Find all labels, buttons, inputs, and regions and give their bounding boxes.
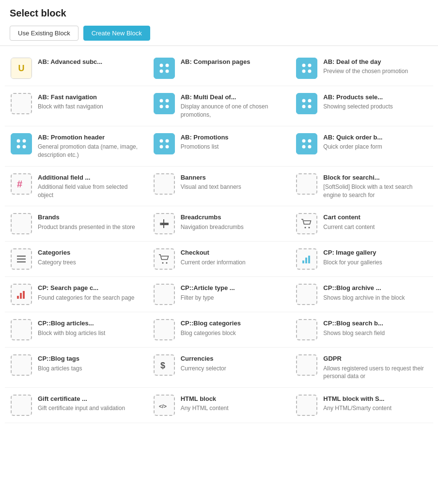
block-name-cp-blog-archive: CP::Blog archive ...	[323, 284, 405, 292]
svg-point-27	[308, 145, 312, 148]
block-name-ab-comparison: AB: Comparison pages	[181, 58, 250, 66]
block-item-checkout[interactable]: Checkout Current order information	[148, 242, 291, 277]
block-item-ab-multi-deal[interactable]: AB: Multi Deal of... Display anounce of …	[148, 86, 291, 126]
block-item-html-block-smarty[interactable]: HTML block with S... Any HTML/Smarty con…	[290, 388, 433, 423]
block-desc-ab-fast-nav: Block with fast navigation	[38, 103, 103, 111]
block-icon-ab-deal	[296, 58, 317, 79]
block-item-cart-content[interactable]: Cart content Current cart content	[290, 206, 433, 242]
block-icon-banners	[154, 173, 175, 195]
blocks-grid: U AB: Advanced subc... AB: Comparison pa…	[0, 46, 438, 428]
svg-point-39	[166, 262, 167, 264]
block-item-ab-deal[interactable]: AB: Deal of the day Preview of the chose…	[290, 51, 433, 86]
block-item-cp-blog-archive[interactable]: CP::Blog archive ... Shows blog archive …	[290, 277, 433, 312]
block-item-gift-certificate[interactable]: Gift certificate ... Gift certificate in…	[5, 388, 148, 423]
block-name-banners: Banners	[181, 173, 241, 182]
svg-point-1	[165, 64, 169, 67]
block-item-currencies[interactable]: $ Currencies Currency selector	[148, 348, 291, 388]
svg-point-10	[159, 105, 163, 108]
svg-point-4	[302, 64, 306, 67]
block-icon-cart-content	[296, 213, 317, 234]
svg-rect-40	[302, 260, 304, 263]
block-icon-additional-field: #	[11, 173, 32, 195]
svg-point-17	[23, 139, 26, 142]
svg-point-2	[159, 70, 163, 73]
block-desc-html-block-smarty: Any HTML/Smarty content	[323, 404, 391, 412]
block-icon-cp-blog-archive	[296, 284, 317, 305]
svg-point-13	[308, 99, 312, 103]
block-item-banners[interactable]: Banners Visual and text banners	[148, 167, 291, 207]
block-desc-categories: Category trees	[38, 259, 76, 267]
block-item-additional-field[interactable]: # Additional field ... Additional field …	[5, 167, 148, 207]
block-item-cp-article-type[interactable]: CP::Article type ... Filter by type	[148, 277, 291, 312]
block-desc-checkout: Current order information	[181, 259, 246, 267]
block-item-cp-blog-categories[interactable]: CP::Blog categories Blog categories bloc…	[148, 312, 291, 348]
svg-point-21	[165, 139, 169, 142]
block-item-cp-search-page[interactable]: CP: Search page c... Found categories fo…	[5, 277, 148, 312]
block-item-cp-blog-tags[interactable]: CP::Blog tags Blog articles tags	[5, 348, 148, 388]
block-item-ab-products[interactable]: AB: Products sele... Showing selected pr…	[290, 86, 433, 126]
svg-point-12	[302, 99, 306, 103]
block-item-breadcrumbs[interactable]: Breadcrumbs Navigation breadcrumbs	[148, 206, 291, 242]
block-icon-checkout	[154, 248, 175, 270]
svg-point-3	[165, 70, 169, 73]
svg-point-8	[159, 99, 163, 103]
block-item-html-block[interactable]: </> HTML block Any HTML content	[148, 388, 291, 423]
svg-rect-44	[20, 293, 22, 299]
block-item-ab-quick-order[interactable]: AB: Quick order b... Quick order place f…	[290, 126, 433, 167]
block-icon-block-search	[296, 173, 317, 195]
block-item-categories[interactable]: Categories Category trees	[5, 242, 148, 277]
block-item-cp-blog-articles[interactable]: CP::Blog articles... Block with blog art…	[5, 312, 148, 348]
block-icon-cp-search-page	[11, 284, 32, 305]
block-name-html-block: HTML block	[181, 395, 229, 403]
svg-rect-41	[305, 258, 307, 263]
block-desc-ab-promo-header: General promotion data (name, image, des…	[38, 143, 142, 159]
block-name-cp-article-type: CP::Article type ...	[181, 284, 235, 292]
block-icon-ab-fast-nav	[11, 93, 32, 114]
block-item-cp-blog-search[interactable]: CP::Blog search b... Shows blog search f…	[290, 312, 433, 348]
block-name-ab-quick-order: AB: Quick order b...	[323, 133, 382, 142]
block-item-block-search[interactable]: Block for searchi... [SoftSolid] Block w…	[290, 167, 433, 207]
block-name-ab-fast-nav: AB: Fast navigation	[38, 93, 103, 102]
block-name-ab-advanced: AB: Advanced subc...	[38, 58, 102, 66]
block-item-ab-fast-nav[interactable]: AB: Fast navigation Block with fast navi…	[5, 86, 148, 126]
block-name-cp-blog-tags: CP::Blog tags	[38, 354, 82, 363]
block-item-brands[interactable]: Brands Product brands presented in the s…	[5, 206, 148, 242]
svg-point-26	[302, 145, 306, 148]
block-desc-cp-blog-search: Shows blog search field	[323, 329, 385, 337]
page-header: Select block Use Existing Block Create N…	[0, 0, 438, 46]
block-icon-ab-promotions	[154, 133, 175, 154]
block-name-checkout: Checkout	[181, 248, 246, 257]
block-icon-ab-promo-header	[11, 133, 32, 154]
block-name-breadcrumbs: Breadcrumbs	[181, 213, 244, 222]
block-name-additional-field: Additional field ...	[38, 173, 142, 182]
block-desc-cp-blog-tags: Blog articles tags	[38, 365, 82, 373]
svg-point-23	[165, 145, 169, 148]
block-item-ab-advanced[interactable]: U AB: Advanced subc...	[5, 51, 148, 86]
block-item-ab-promo-header[interactable]: AB: Promotion header General promotion d…	[5, 126, 148, 167]
block-desc-block-search: [SoftSolid] Block with a text search eng…	[323, 183, 427, 199]
svg-rect-45	[23, 291, 25, 299]
block-icon-brands	[11, 213, 32, 234]
svg-text:</>: </>	[159, 403, 167, 409]
svg-point-24	[302, 139, 306, 142]
block-icon-cp-image-gallery	[296, 248, 317, 270]
block-item-ab-comparison[interactable]: AB: Comparison pages	[148, 51, 291, 86]
block-name-html-block-smarty: HTML block with S...	[323, 395, 391, 403]
svg-rect-31	[163, 219, 164, 228]
block-icon-gift-certificate	[11, 395, 32, 416]
svg-rect-43	[17, 296, 19, 299]
block-item-ab-promotions[interactable]: AB: Promotions Promotions list	[148, 126, 291, 167]
block-icon-cp-blog-tags	[11, 354, 32, 376]
block-item-cp-image-gallery[interactable]: CP: Image gallery Block for your galleri…	[290, 242, 433, 277]
block-item-gdpr[interactable]: GDPR Allows registered users to request …	[290, 348, 433, 388]
block-desc-cp-image-gallery: Block for your galleries	[323, 259, 382, 267]
block-icon-gdpr	[296, 354, 317, 376]
block-desc-banners: Visual and text banners	[181, 183, 241, 191]
block-desc-gift-certificate: Gift certificate input and validation	[38, 404, 125, 412]
create-new-button[interactable]: Create New Block	[83, 26, 150, 41]
use-existing-button[interactable]: Use Existing Block	[10, 26, 78, 41]
block-name-cp-search-page: CP: Search page c...	[38, 284, 134, 292]
block-desc-currencies: Currency selector	[181, 365, 226, 373]
block-icon-html-block: </>	[154, 395, 175, 416]
block-icon-cp-blog-categories	[154, 319, 175, 340]
